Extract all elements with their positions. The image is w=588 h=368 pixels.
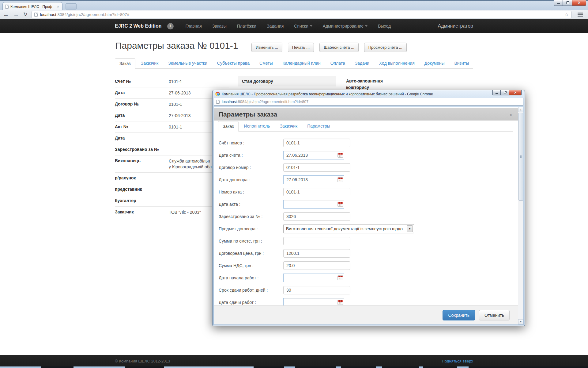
calendar-icon[interactable] bbox=[337, 300, 343, 305]
popup-form-header: Параметры заказа x bbox=[214, 108, 518, 121]
address-bar[interactable]: localhost:8084/gis/ejrc2/agreement.htm?i… bbox=[32, 11, 571, 18]
new-tab-button[interactable] bbox=[66, 3, 77, 10]
nav-item[interactable]: Задания bbox=[262, 24, 289, 29]
scrollbar-grip bbox=[520, 155, 522, 158]
popup-address-bar[interactable]: localhost:8084/gis/ejrc2/agreementedit.h… bbox=[214, 98, 523, 105]
popup-content: Параметры заказа x Заказ Исполнитель Зак… bbox=[214, 107, 523, 324]
forward-button[interactable]: → bbox=[13, 12, 19, 17]
popup-close-button[interactable]: ✕ bbox=[509, 90, 522, 95]
scroll-up-icon[interactable]: ▲ bbox=[518, 107, 523, 112]
nav-item[interactable]: Выход bbox=[373, 24, 396, 29]
form-row: Дата начала работ : bbox=[219, 274, 511, 282]
tab-link[interactable]: Субъекты права bbox=[213, 58, 254, 68]
popup-tab-bar: Заказ Исполнитель Заказчик Параметры bbox=[218, 121, 513, 132]
browser-tab[interactable]: Компания ШЕЛС - Проф × bbox=[2, 2, 62, 11]
minimize-icon bbox=[557, 3, 560, 4]
page-viewport: EJRC 2 Web Edition 1 Главная Заказы bbox=[0, 19, 588, 368]
row-value: 0101-1 bbox=[169, 79, 182, 85]
popup-form-title: Параметры заказа bbox=[219, 111, 277, 118]
form-row: Зареєстровано за № : bbox=[219, 212, 511, 221]
action-button[interactable]: Изменить ... bbox=[251, 43, 282, 52]
tab-link[interactable]: Задачи bbox=[351, 58, 374, 68]
nav-item[interactable]: Администрирование bbox=[318, 24, 373, 29]
tab-link[interactable]: Ход выполннения bbox=[375, 58, 419, 68]
tab-link[interactable]: Исполнитель bbox=[240, 121, 274, 131]
table-row: Договор № 0101-1 bbox=[115, 98, 229, 110]
nav-item[interactable]: Списки bbox=[289, 24, 317, 29]
close-button[interactable]: ✕ bbox=[572, 0, 586, 6]
window-controls: ✕ bbox=[554, 0, 586, 6]
date-input[interactable] bbox=[283, 175, 344, 184]
cancel-button[interactable]: Отменить bbox=[479, 310, 510, 320]
popup-restore-button[interactable] bbox=[501, 90, 509, 95]
text-input[interactable] bbox=[283, 163, 350, 172]
select-field[interactable]: Виготовлення технічної документації із з… bbox=[283, 224, 414, 233]
tab-active[interactable]: Заказ bbox=[218, 121, 239, 132]
nav-item[interactable]: Платёжки bbox=[232, 24, 262, 29]
text-input[interactable] bbox=[283, 237, 350, 245]
tab-close-icon[interactable]: × bbox=[56, 5, 60, 9]
row-label: Акт № bbox=[115, 124, 169, 130]
chrome-menu-button[interactable] bbox=[576, 11, 585, 17]
date-input[interactable] bbox=[283, 274, 344, 282]
field-label: Сумма НДС, грн : bbox=[219, 263, 283, 268]
scroll-down-icon[interactable]: ▼ bbox=[518, 319, 523, 324]
calendar-icon[interactable] bbox=[337, 177, 343, 182]
tab-link[interactable]: Земельные участки bbox=[164, 58, 212, 68]
popup-minimize-button[interactable] bbox=[492, 90, 501, 95]
calendar-icon[interactable] bbox=[337, 202, 343, 207]
date-input[interactable] bbox=[283, 151, 344, 159]
select-value: Виготовлення технічної документації із з… bbox=[284, 226, 407, 231]
tab-link[interactable]: Параметры bbox=[303, 121, 334, 131]
form-row: Сумма НДС, грн : bbox=[219, 261, 511, 270]
field-label: Договор номер : bbox=[219, 165, 283, 170]
date-input[interactable] bbox=[283, 298, 344, 305]
action-button[interactable]: Шаблон счёта ... bbox=[319, 43, 359, 52]
form-row: Дата акта : bbox=[219, 200, 511, 209]
tab-link[interactable]: Визиты bbox=[450, 58, 473, 68]
date-input[interactable] bbox=[283, 200, 344, 209]
field-label: Дата сдачи работ : bbox=[219, 300, 283, 305]
chevron-down-icon[interactable]: ▼ bbox=[407, 225, 413, 232]
browser-tab-title: Компания ШЕЛС - Проф bbox=[10, 5, 55, 9]
url-text: localhost:8084/gis/ejrc2/agreement.htm?i… bbox=[40, 12, 129, 17]
tab-link[interactable]: Заказчик bbox=[276, 121, 302, 131]
popup-form-close-x[interactable]: x bbox=[509, 112, 514, 117]
text-input[interactable] bbox=[283, 249, 350, 258]
nav-item[interactable]: Заказы bbox=[207, 24, 232, 29]
action-button[interactable]: Печать ... bbox=[288, 43, 314, 52]
text-input[interactable] bbox=[283, 139, 350, 147]
form-row: Дата сдачи работ : bbox=[219, 298, 511, 305]
reload-button[interactable]: ↻ bbox=[23, 12, 27, 17]
calendar-icon[interactable] bbox=[337, 275, 343, 280]
tab-active[interactable]: Заказ bbox=[115, 58, 135, 69]
tab-link[interactable]: Календарный план bbox=[278, 58, 325, 68]
text-input[interactable] bbox=[283, 261, 350, 270]
table-row: Заказчик ТОВ "Ліс - 2003" bbox=[115, 206, 229, 218]
save-button[interactable]: Сохранить bbox=[443, 310, 475, 320]
text-input[interactable] bbox=[283, 286, 350, 294]
tab-link[interactable]: Докумены bbox=[420, 58, 449, 68]
action-button[interactable]: Просмотр счёта ... bbox=[364, 43, 407, 52]
tab-link[interactable]: Сметы bbox=[255, 58, 277, 68]
form-row: Предмет договора : Виготовлення технічно… bbox=[219, 224, 511, 233]
calendar-icon[interactable] bbox=[337, 153, 343, 158]
current-user-label: Администратор bbox=[438, 23, 473, 29]
popup-scrollbar[interactable]: ▲ ▼ bbox=[518, 107, 523, 324]
scroll-to-top-link[interactable]: Подняться вверх bbox=[442, 359, 473, 363]
tab-link[interactable]: Заказчик bbox=[137, 58, 163, 68]
bookmark-star-icon[interactable]: ☆ bbox=[565, 12, 569, 17]
date-field bbox=[283, 274, 344, 282]
field-label: Срок сдачи работ, дней : bbox=[219, 288, 283, 293]
text-input[interactable] bbox=[283, 188, 350, 196]
popup-title-bar[interactable]: Компания ШЕЛС - Профессиональная разрабо… bbox=[213, 90, 525, 98]
brand[interactable]: EJRC 2 Web Edition bbox=[115, 23, 167, 29]
nav-item[interactable]: Главная bbox=[180, 24, 207, 29]
field-label: Предмет договора : bbox=[219, 226, 283, 231]
back-button[interactable]: ← bbox=[3, 12, 9, 17]
tab-link[interactable]: Оплата bbox=[326, 58, 349, 68]
text-input[interactable] bbox=[283, 212, 350, 221]
restore-button[interactable] bbox=[563, 0, 572, 6]
minimize-button[interactable] bbox=[554, 0, 563, 6]
scrollbar-thumb[interactable] bbox=[518, 113, 523, 201]
